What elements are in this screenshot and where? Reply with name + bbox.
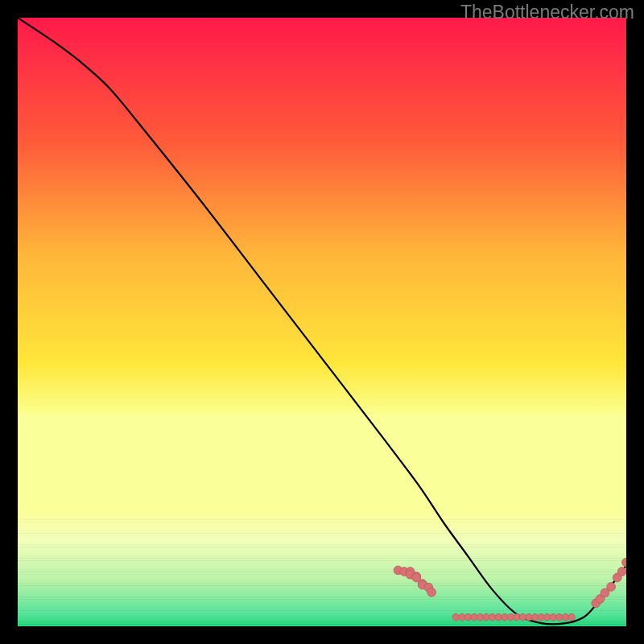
data-point — [495, 614, 502, 621]
plot-area — [18, 18, 626, 626]
gradient-plot — [18, 18, 626, 626]
gradient-stripe — [18, 624, 626, 626]
data-point — [471, 614, 477, 621]
data-point — [464, 614, 471, 621]
gradient-background-top — [18, 18, 626, 510]
data-point — [452, 614, 459, 621]
data-point — [544, 614, 551, 621]
data-point — [556, 614, 563, 621]
data-point — [483, 614, 489, 621]
data-point — [531, 614, 538, 621]
data-point — [427, 588, 436, 597]
chart-frame: TheBottlenecker.com — [0, 0, 644, 644]
data-point — [607, 583, 616, 592]
data-point — [568, 614, 575, 621]
data-point — [617, 568, 626, 576]
data-point — [562, 614, 568, 621]
data-point — [526, 614, 532, 621]
data-point — [502, 614, 508, 621]
gradient-background-bottom — [18, 510, 626, 626]
watermark-text: TheBottlenecker.com — [460, 2, 634, 23]
data-point — [514, 614, 520, 621]
